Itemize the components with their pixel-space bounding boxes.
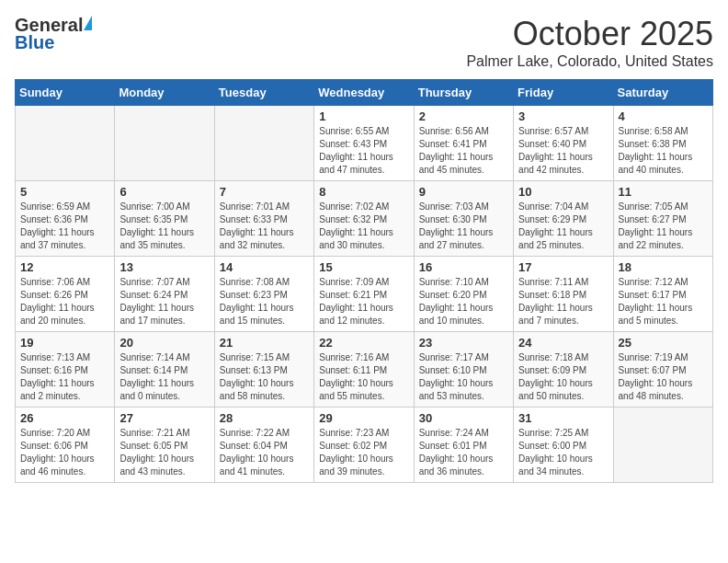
calendar-cell: 25Sunrise: 7:19 AMSunset: 6:07 PMDayligh… (613, 332, 712, 408)
cell-content: Sunrise: 7:02 AMSunset: 6:32 PMDaylight:… (319, 201, 408, 252)
day-header-saturday: Saturday (613, 80, 712, 106)
day-number: 21 (220, 336, 309, 350)
day-number: 29 (319, 411, 408, 425)
day-number: 28 (220, 411, 309, 425)
calendar-cell: 19Sunrise: 7:13 AMSunset: 6:16 PMDayligh… (16, 332, 115, 408)
calendar-cell: 26Sunrise: 7:20 AMSunset: 6:06 PMDayligh… (16, 408, 115, 483)
day-number: 18 (619, 260, 708, 274)
cell-content: Sunrise: 7:19 AMSunset: 6:07 PMDaylight:… (619, 351, 708, 403)
day-number: 11 (619, 185, 708, 199)
day-number: 25 (619, 336, 708, 350)
calendar-cell: 5Sunrise: 6:59 AMSunset: 6:36 PMDaylight… (16, 181, 115, 257)
calendar-cell: 17Sunrise: 7:11 AMSunset: 6:18 PMDayligh… (514, 257, 613, 332)
day-header-friday: Friday (514, 80, 613, 106)
calendar-cell: 9Sunrise: 7:03 AMSunset: 6:30 PMDaylight… (414, 181, 513, 257)
cell-content: Sunrise: 6:56 AMSunset: 6:41 PMDaylight:… (419, 125, 508, 177)
cell-content: Sunrise: 7:03 AMSunset: 6:30 PMDaylight:… (419, 201, 508, 252)
calendar-cell (214, 106, 313, 181)
week-row-3: 12Sunrise: 7:06 AMSunset: 6:26 PMDayligh… (16, 257, 713, 332)
cell-content: Sunrise: 7:23 AMSunset: 6:02 PMDaylight:… (319, 427, 408, 478)
cell-content: Sunrise: 7:25 AMSunset: 6:00 PMDaylight:… (518, 427, 608, 478)
day-header-wednesday: Wednesday (314, 80, 414, 106)
calendar-cell: 28Sunrise: 7:22 AMSunset: 6:04 PMDayligh… (214, 408, 313, 483)
calendar-table: SundayMondayTuesdayWednesdayThursdayFrid… (15, 79, 713, 483)
cell-content: Sunrise: 7:20 AMSunset: 6:06 PMDaylight:… (20, 427, 109, 478)
day-number: 6 (119, 185, 209, 199)
cell-content: Sunrise: 7:01 AMSunset: 6:33 PMDaylight:… (220, 201, 309, 252)
day-number: 1 (319, 109, 408, 123)
calendar-cell: 6Sunrise: 7:00 AMSunset: 6:35 PMDaylight… (115, 181, 214, 257)
day-number: 20 (119, 336, 209, 350)
day-number: 31 (518, 411, 608, 425)
day-number: 30 (419, 411, 508, 425)
cell-content: Sunrise: 7:05 AMSunset: 6:27 PMDaylight:… (619, 201, 708, 252)
day-number: 14 (220, 260, 309, 274)
day-number: 22 (319, 336, 408, 350)
cell-content: Sunrise: 7:21 AMSunset: 6:05 PMDaylight:… (119, 427, 209, 478)
day-number: 27 (119, 411, 209, 425)
week-row-1: 1Sunrise: 6:55 AMSunset: 6:43 PMDaylight… (16, 106, 713, 181)
cell-content: Sunrise: 7:11 AMSunset: 6:18 PMDaylight:… (518, 276, 608, 327)
cell-content: Sunrise: 7:22 AMSunset: 6:04 PMDaylight:… (220, 427, 309, 478)
day-number: 23 (419, 336, 508, 350)
logo-icon (84, 16, 92, 30)
day-number: 13 (119, 260, 209, 274)
cell-content: Sunrise: 7:13 AMSunset: 6:16 PMDaylight:… (20, 351, 109, 403)
day-number: 16 (419, 260, 508, 274)
calendar-cell (16, 106, 115, 181)
day-header-tuesday: Tuesday (214, 80, 313, 106)
cell-content: Sunrise: 7:16 AMSunset: 6:11 PMDaylight:… (319, 351, 408, 403)
logo-blue-text: Blue (15, 32, 54, 53)
header-row: SundayMondayTuesdayWednesdayThursdayFrid… (16, 80, 713, 106)
calendar-cell: 15Sunrise: 7:09 AMSunset: 6:21 PMDayligh… (314, 257, 414, 332)
day-number: 19 (20, 336, 109, 350)
calendar-cell: 2Sunrise: 6:56 AMSunset: 6:41 PMDaylight… (414, 106, 513, 181)
cell-content: Sunrise: 7:12 AMSunset: 6:17 PMDaylight:… (619, 276, 708, 327)
cell-content: Sunrise: 7:15 AMSunset: 6:13 PMDaylight:… (220, 351, 309, 403)
location-title: Palmer Lake, Colorado, United States (466, 53, 713, 70)
week-row-2: 5Sunrise: 6:59 AMSunset: 6:36 PMDaylight… (16, 181, 713, 257)
day-number: 8 (319, 185, 408, 199)
cell-content: Sunrise: 7:17 AMSunset: 6:10 PMDaylight:… (419, 351, 508, 403)
cell-content: Sunrise: 7:24 AMSunset: 6:01 PMDaylight:… (419, 427, 508, 478)
calendar-cell (115, 106, 214, 181)
calendar-cell: 12Sunrise: 7:06 AMSunset: 6:26 PMDayligh… (16, 257, 115, 332)
calendar-cell: 4Sunrise: 6:58 AMSunset: 6:38 PMDaylight… (613, 106, 712, 181)
calendar-cell: 13Sunrise: 7:07 AMSunset: 6:24 PMDayligh… (115, 257, 214, 332)
cell-content: Sunrise: 7:10 AMSunset: 6:20 PMDaylight:… (419, 276, 508, 327)
calendar-cell: 10Sunrise: 7:04 AMSunset: 6:29 PMDayligh… (514, 181, 613, 257)
day-number: 3 (518, 109, 608, 123)
calendar-cell: 29Sunrise: 7:23 AMSunset: 6:02 PMDayligh… (314, 408, 414, 483)
day-header-monday: Monday (115, 80, 214, 106)
day-header-thursday: Thursday (414, 80, 513, 106)
day-number: 24 (518, 336, 608, 350)
title-area: October 2025 Palmer Lake, Colorado, Unit… (466, 15, 713, 70)
logo: General Blue (15, 15, 92, 53)
calendar-cell: 8Sunrise: 7:02 AMSunset: 6:32 PMDaylight… (314, 181, 414, 257)
calendar-cell: 23Sunrise: 7:17 AMSunset: 6:10 PMDayligh… (414, 332, 513, 408)
cell-content: Sunrise: 7:09 AMSunset: 6:21 PMDaylight:… (319, 276, 408, 327)
calendar-cell: 14Sunrise: 7:08 AMSunset: 6:23 PMDayligh… (214, 257, 313, 332)
calendar-cell: 21Sunrise: 7:15 AMSunset: 6:13 PMDayligh… (214, 332, 313, 408)
cell-content: Sunrise: 7:06 AMSunset: 6:26 PMDaylight:… (20, 276, 109, 327)
day-number: 12 (20, 260, 109, 274)
calendar-cell: 3Sunrise: 6:57 AMSunset: 6:40 PMDaylight… (514, 106, 613, 181)
cell-content: Sunrise: 7:14 AMSunset: 6:14 PMDaylight:… (119, 351, 209, 403)
day-number: 2 (419, 109, 508, 123)
cell-content: Sunrise: 7:04 AMSunset: 6:29 PMDaylight:… (518, 201, 608, 252)
cell-content: Sunrise: 7:18 AMSunset: 6:09 PMDaylight:… (518, 351, 608, 403)
day-number: 15 (319, 260, 408, 274)
cell-content: Sunrise: 6:55 AMSunset: 6:43 PMDaylight:… (319, 125, 408, 177)
cell-content: Sunrise: 6:59 AMSunset: 6:36 PMDaylight:… (20, 201, 109, 252)
day-header-sunday: Sunday (16, 80, 115, 106)
month-title: October 2025 (466, 15, 713, 53)
cell-content: Sunrise: 7:07 AMSunset: 6:24 PMDaylight:… (119, 276, 209, 327)
calendar-cell: 27Sunrise: 7:21 AMSunset: 6:05 PMDayligh… (115, 408, 214, 483)
cell-content: Sunrise: 6:57 AMSunset: 6:40 PMDaylight:… (518, 125, 608, 177)
cell-content: Sunrise: 7:00 AMSunset: 6:35 PMDaylight:… (119, 201, 209, 252)
day-number: 4 (619, 109, 708, 123)
cell-content: Sunrise: 7:08 AMSunset: 6:23 PMDaylight:… (220, 276, 309, 327)
calendar-cell: 16Sunrise: 7:10 AMSunset: 6:20 PMDayligh… (414, 257, 513, 332)
calendar-cell: 30Sunrise: 7:24 AMSunset: 6:01 PMDayligh… (414, 408, 513, 483)
day-number: 5 (20, 185, 109, 199)
